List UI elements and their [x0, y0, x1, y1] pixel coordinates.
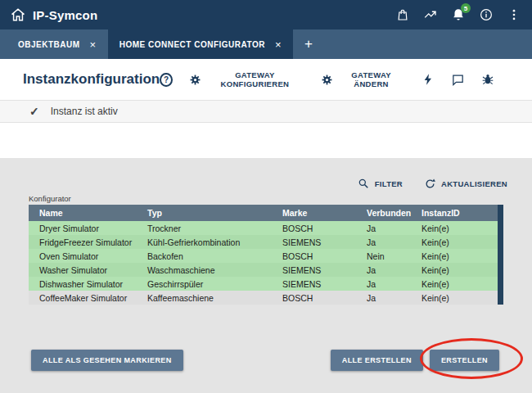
gateway-change-button[interactable]: GATEWAY ÄNDERN: [320, 70, 405, 88]
column-header-verbunden[interactable]: Verbunden: [356, 208, 411, 218]
cell-verbunden: Ja: [356, 237, 411, 247]
table-row[interactable]: FridgeFreezer Simulator Kühl-Gefrierkomb…: [29, 235, 503, 249]
gateway-change-label: GATEWAY ÄNDERN: [337, 70, 405, 88]
create-button[interactable]: ERSTELLEN: [430, 350, 499, 371]
cell-typ: Kaffeemaschiene: [137, 293, 272, 303]
tabbar: OBJEKTBAUM × HOME CONNECT CONFIGURATOR ×…: [0, 29, 532, 59]
search-icon: [356, 176, 371, 191]
cell-typ: Kühl-Gefrierkombination: [137, 237, 272, 247]
cell-marke: BOSCH: [272, 224, 356, 233]
info-icon[interactable]: [478, 7, 494, 23]
cell-instanzid: Kein(e): [411, 279, 503, 289]
app-brand[interactable]: IP-Symcon: [10, 7, 97, 23]
tab-label: OBJEKTBAUM: [18, 40, 80, 49]
table-row[interactable]: Dryer Simulator Trockner BOSCH Ja Kein(e…: [29, 221, 503, 235]
column-header-instanzid[interactable]: InstanzID: [411, 208, 503, 218]
notification-badge: 5: [461, 3, 471, 13]
notifications-bell-icon[interactable]: 5: [450, 7, 467, 23]
column-header-name[interactable]: Name: [29, 208, 137, 218]
cell-name: CoffeeMaker Simulator: [29, 293, 137, 303]
table-row[interactable]: Oven Simulator Backofen BOSCH Nein Kein(…: [29, 249, 503, 263]
column-header-marke[interactable]: Marke: [272, 208, 356, 218]
cell-typ: Trockner: [137, 224, 272, 233]
trending-icon[interactable]: [422, 7, 439, 23]
header-actions: ? GATEWAY KONFIGURIEREN GATEWAY ÄNDERN: [160, 70, 494, 88]
cell-name: FridgeFreezer Simulator: [29, 237, 137, 247]
cell-typ: Backofen: [137, 251, 272, 261]
cell-verbunden: Nein: [356, 251, 411, 261]
cell-marke: BOSCH: [272, 251, 356, 261]
table-row[interactable]: Washer Simulator Waschmaschiene SIEMENS …: [29, 263, 503, 277]
add-tab-button[interactable]: +: [293, 29, 324, 59]
topbar-actions: 5: [394, 7, 522, 23]
cell-name: Dishwasher Simulator: [29, 279, 137, 289]
app-title: IP-Symcon: [33, 8, 97, 22]
footer-right-buttons: ALLE ERSTELLEN ERSTELLEN: [331, 350, 499, 371]
status-text: Instanz ist aktiv: [51, 106, 118, 117]
table-row[interactable]: CoffeeMaker Simulator Kaffeemaschiene BO…: [29, 291, 503, 305]
close-icon[interactable]: ×: [90, 39, 97, 50]
cell-typ: Waschmaschiene: [137, 265, 272, 275]
cell-verbunden: Ja: [356, 279, 411, 289]
gear-icon: [320, 72, 333, 87]
refresh-button[interactable]: AKTUALISIEREN: [422, 176, 507, 191]
table-scrollbar[interactable]: [498, 205, 503, 305]
cell-instanzid: Kein(e): [411, 293, 503, 303]
cell-marke: SIEMENS: [272, 279, 356, 289]
cell-marke: SIEMENS: [272, 265, 356, 275]
cell-typ: Geschirrspüler: [137, 279, 272, 289]
cell-name: Oven Simulator: [29, 251, 137, 261]
home-icon: [10, 7, 26, 23]
close-icon[interactable]: ×: [275, 39, 282, 50]
lightning-icon[interactable]: [422, 72, 435, 87]
create-all-button[interactable]: ALLE ERSTELLEN: [331, 350, 423, 371]
topbar: IP-Symcon 5: [0, 0, 532, 29]
cell-name: Dryer Simulator: [29, 224, 137, 233]
footer-buttons: ALLE ALS GESEHEN MARKIEREN ALLE ERSTELLE…: [31, 350, 499, 371]
cell-verbunden: Ja: [356, 293, 411, 303]
table-row[interactable]: Dishwasher Simulator Geschirrspüler SIEM…: [29, 277, 503, 291]
table-toolbar: FILTER AKTUALISIEREN: [356, 176, 507, 191]
status-bar: ✓ Instanz ist aktiv: [0, 100, 532, 123]
page-title: Instanzkonfiguration: [23, 71, 160, 88]
filter-label: FILTER: [375, 179, 403, 188]
menu-dots-icon[interactable]: [506, 7, 522, 23]
configurator-label: Konfigurator: [29, 194, 71, 203]
page-header: Instanzkonfiguration ? GATEWAY KONFIGURI…: [0, 59, 532, 100]
check-icon: ✓: [29, 105, 39, 118]
cell-verbunden: Ja: [356, 224, 411, 233]
table-header-row: Name Typ Marke Verbunden InstanzID: [29, 205, 503, 221]
cell-instanzid: Kein(e): [411, 224, 503, 233]
debug-bug-icon[interactable]: [481, 72, 494, 87]
tab-label: HOME CONNECT CONFIGURATOR: [119, 40, 265, 49]
cell-instanzid: Kein(e): [411, 251, 503, 261]
cell-marke: BOSCH: [272, 293, 356, 303]
store-icon[interactable]: [394, 7, 411, 23]
cell-instanzid: Kein(e): [411, 265, 503, 275]
cell-name: Washer Simulator: [29, 265, 137, 275]
gear-icon: [189, 72, 202, 87]
chat-bubble-icon[interactable]: [451, 72, 465, 87]
column-header-typ[interactable]: Typ: [137, 208, 272, 218]
tab-home-connect-configurator[interactable]: HOME CONNECT CONFIGURATOR ×: [108, 29, 293, 59]
tab-objektbaum[interactable]: OBJEKTBAUM ×: [7, 29, 108, 59]
cell-instanzid: Kein(e): [411, 237, 503, 247]
mark-all-seen-button[interactable]: ALLE ALS GESEHEN MARKIEREN: [31, 350, 183, 371]
help-icon[interactable]: ?: [160, 73, 173, 87]
gateway-configure-button[interactable]: GATEWAY KONFIGURIEREN: [189, 70, 304, 88]
configurator-table: Name Typ Marke Verbunden InstanzID Dryer…: [29, 205, 503, 305]
cell-verbunden: Ja: [356, 265, 411, 275]
cell-marke: SIEMENS: [272, 237, 356, 247]
refresh-label: AKTUALISIEREN: [441, 179, 507, 188]
content-panel: FILTER AKTUALISIEREN Konfigurator Name T…: [0, 158, 532, 393]
ip-symcon-window: IP-Symcon 5 OBJEKTBAUM ×: [0, 0, 532, 393]
filter-button[interactable]: FILTER: [356, 176, 403, 191]
refresh-icon: [422, 176, 437, 191]
gateway-configure-label: GATEWAY KONFIGURIEREN: [206, 70, 304, 88]
